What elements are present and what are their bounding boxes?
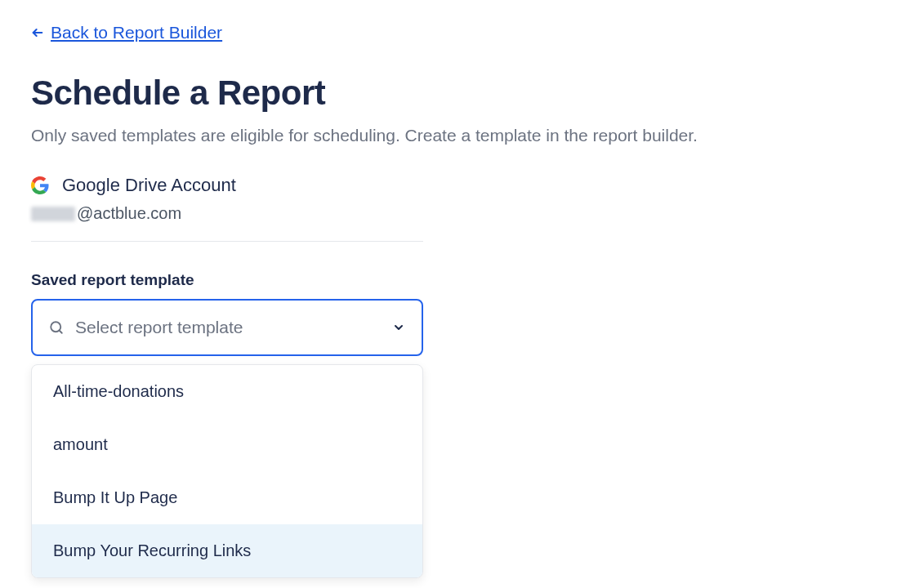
back-link-label: Back to Report Builder xyxy=(51,23,222,42)
template-option[interactable]: Bump Your Recurring Links xyxy=(32,524,422,577)
account-email: @actblue.com xyxy=(31,204,884,223)
arrow-left-icon xyxy=(31,26,44,39)
page-title: Schedule a Report xyxy=(31,74,884,113)
template-select-label: Saved report template xyxy=(31,271,884,289)
svg-line-2 xyxy=(59,330,61,332)
saved-report-template-section: Saved report template Select report temp… xyxy=(31,271,884,356)
template-option[interactable]: Bump It Up Page xyxy=(32,471,422,524)
template-select-placeholder: Select report template xyxy=(75,318,381,337)
page-subtitle: Only saved templates are eligible for sc… xyxy=(31,126,884,145)
section-divider xyxy=(31,241,423,242)
search-icon xyxy=(49,320,64,335)
template-select-input[interactable]: Select report template xyxy=(31,299,423,356)
template-option[interactable]: All-time-donations xyxy=(32,365,422,418)
email-redacted-portion xyxy=(31,207,75,221)
template-option[interactable]: amount xyxy=(32,418,422,471)
account-label: Google Drive Account xyxy=(62,175,236,196)
template-dropdown: All-time-donationsamountBump It Up PageB… xyxy=(31,364,423,578)
google-icon xyxy=(31,176,49,194)
chevron-down-icon xyxy=(392,321,405,334)
email-domain: @actblue.com xyxy=(77,204,181,223)
google-drive-account-section: Google Drive Account @actblue.com xyxy=(31,175,884,242)
back-to-report-builder-link[interactable]: Back to Report Builder xyxy=(31,23,222,42)
